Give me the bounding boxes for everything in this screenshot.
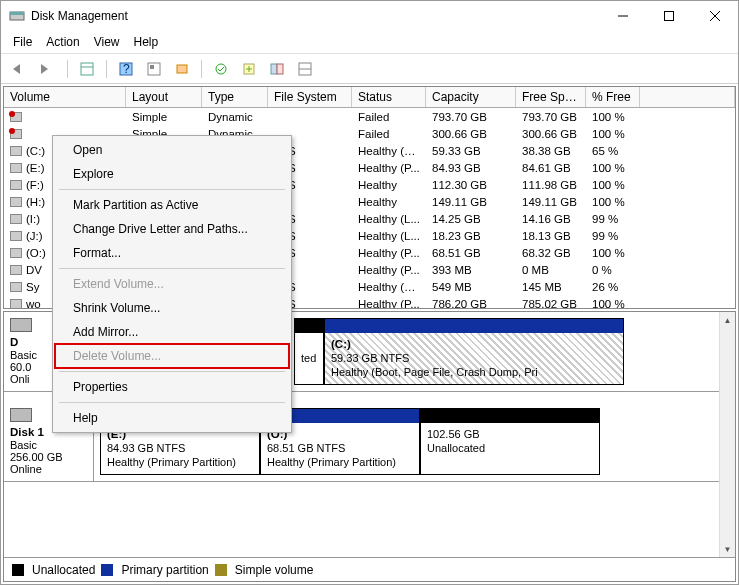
legend: Unallocated Primary partition Simple vol…: [4, 557, 735, 581]
svg-rect-15: [271, 64, 277, 74]
context-menu-item[interactable]: Add Mirror...: [55, 320, 289, 344]
col-free[interactable]: Free Spa...: [516, 87, 586, 107]
svg-rect-11: [150, 65, 154, 69]
toolbar-icon[interactable]: [238, 58, 260, 80]
svg-rect-6: [81, 63, 93, 75]
minimize-button[interactable]: [600, 1, 646, 31]
volume-icon: [10, 248, 22, 258]
volume-icon: [10, 231, 22, 241]
toolbar-icon[interactable]: [143, 58, 165, 80]
window-title: Disk Management: [31, 9, 600, 23]
forward-button[interactable]: [37, 58, 59, 80]
vertical-scrollbar[interactable]: ▲ ▼: [719, 312, 735, 557]
context-menu-item[interactable]: Open: [55, 138, 289, 162]
disk-status: Online: [10, 463, 87, 475]
menu-file[interactable]: File: [7, 33, 38, 51]
titlebar: Disk Management: [1, 1, 738, 31]
legend-label: Primary partition: [121, 563, 208, 577]
svg-text:?: ?: [123, 62, 130, 76]
svg-point-13: [216, 64, 226, 74]
col-pctfree[interactable]: % Free: [586, 87, 640, 107]
legend-label: Simple volume: [235, 563, 314, 577]
col-type[interactable]: Type: [202, 87, 268, 107]
back-button[interactable]: [9, 58, 31, 80]
context-menu-item[interactable]: Change Drive Letter and Paths...: [55, 217, 289, 241]
toolbar-icon[interactable]: [266, 58, 288, 80]
menu-view[interactable]: View: [88, 33, 126, 51]
toolbar-icon[interactable]: [76, 58, 98, 80]
menubar: File Action View Help: [1, 31, 738, 54]
partition[interactable]: (C:)59.33 GB NTFSHealthy (Boot, Page Fil…: [324, 318, 624, 385]
legend-swatch-unallocated: [12, 564, 24, 576]
toolbar-icon[interactable]: [171, 58, 193, 80]
svg-rect-16: [277, 64, 283, 74]
context-menu: OpenExploreMark Partition as ActiveChang…: [52, 135, 292, 433]
partition[interactable]: ted: [294, 318, 324, 385]
volume-icon: [10, 163, 22, 173]
context-menu-item[interactable]: Mark Partition as Active: [55, 193, 289, 217]
volume-icon: [10, 112, 22, 122]
scroll-up-icon[interactable]: ▲: [720, 312, 735, 328]
legend-swatch-simple: [215, 564, 227, 576]
disk-name: Disk 1: [10, 426, 44, 438]
help-icon[interactable]: ?: [115, 58, 137, 80]
context-menu-item[interactable]: Help: [55, 406, 289, 430]
col-filesystem[interactable]: File System: [268, 87, 352, 107]
col-layout[interactable]: Layout: [126, 87, 202, 107]
toolbar: ?: [1, 54, 738, 84]
scroll-down-icon[interactable]: ▼: [720, 541, 735, 557]
col-status[interactable]: Status: [352, 87, 426, 107]
maximize-button[interactable]: [646, 1, 692, 31]
menu-help[interactable]: Help: [128, 33, 165, 51]
disk-type: Basic: [10, 439, 87, 451]
volume-icon: [10, 180, 22, 190]
volume-icon: [10, 197, 22, 207]
volume-icon: [10, 129, 22, 139]
disk-name: D: [10, 336, 18, 348]
col-volume[interactable]: Volume: [4, 87, 126, 107]
disk-icon: [10, 318, 32, 332]
svg-rect-1: [10, 12, 24, 15]
context-menu-item[interactable]: Properties: [55, 375, 289, 399]
legend-label: Unallocated: [32, 563, 95, 577]
col-spacer: [640, 87, 735, 107]
volume-icon: [10, 282, 22, 292]
volume-icon: [10, 265, 22, 275]
context-menu-item[interactable]: Shrink Volume...: [55, 296, 289, 320]
svg-rect-12: [177, 65, 187, 73]
context-menu-item[interactable]: Explore: [55, 162, 289, 186]
table-row[interactable]: SimpleDynamicFailed793.70 GB793.70 GB100…: [4, 108, 735, 125]
toolbar-icon[interactable]: [210, 58, 232, 80]
volume-icon: [10, 214, 22, 224]
close-button[interactable]: [692, 1, 738, 31]
toolbar-icon[interactable]: [294, 58, 316, 80]
context-menu-item[interactable]: Format...: [55, 241, 289, 265]
context-menu-item: Extend Volume...: [55, 272, 289, 296]
volume-list-header: Volume Layout Type File System Status Ca…: [4, 87, 735, 108]
menu-action[interactable]: Action: [40, 33, 85, 51]
disk-icon: [10, 408, 32, 422]
legend-swatch-primary: [101, 564, 113, 576]
col-capacity[interactable]: Capacity: [426, 87, 516, 107]
svg-rect-3: [665, 12, 674, 21]
disk-size: 256.00 GB: [10, 451, 87, 463]
context-menu-item: Delete Volume...: [55, 344, 289, 368]
partition[interactable]: 102.56 GBUnallocated: [420, 408, 600, 475]
volume-icon: [10, 299, 22, 308]
volume-icon: [10, 146, 22, 156]
app-icon: [9, 8, 25, 24]
